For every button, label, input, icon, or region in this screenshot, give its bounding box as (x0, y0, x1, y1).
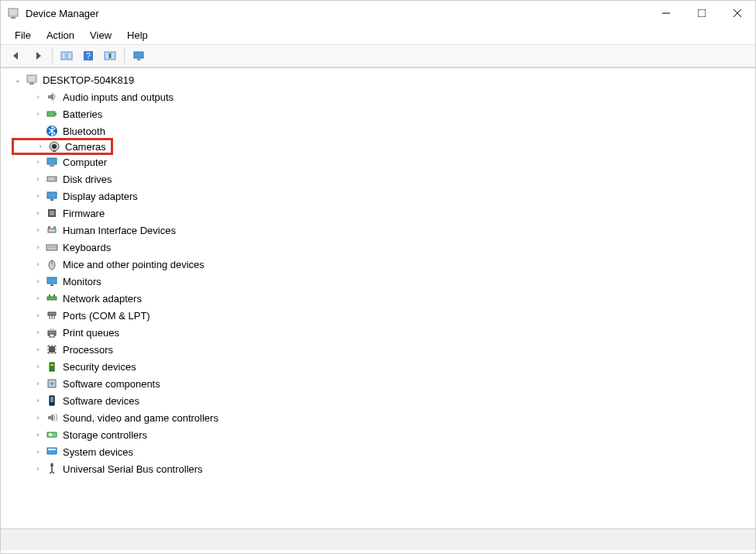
svg-point-34 (48, 246, 49, 247)
svg-text:?: ? (86, 52, 91, 60)
device-tree[interactable]: ⌄ DESKTOP-504K819 ›Audio inputs and outp… (1, 67, 755, 528)
tree-item[interactable]: ›Cameras (12, 138, 113, 155)
system-icon (46, 446, 58, 458)
chevron-right-icon[interactable]: › (33, 413, 43, 422)
tree-item[interactable]: ›Security devices (12, 358, 755, 375)
svg-rect-59 (48, 449, 56, 450)
back-button[interactable] (7, 46, 26, 65)
tree-item[interactable]: ›Software components (12, 375, 755, 392)
tree-item-label: Network adapters (63, 293, 142, 305)
tree-item[interactable]: ›Processors (12, 341, 755, 358)
usb-icon (46, 463, 58, 475)
svg-rect-1 (11, 17, 15, 19)
chevron-right-icon[interactable]: › (36, 142, 45, 151)
menu-action[interactable]: Action (39, 27, 82, 43)
chevron-right-icon[interactable]: › (33, 174, 43, 184)
svg-rect-40 (47, 277, 57, 284)
chevron-right-icon[interactable]: › (33, 225, 43, 235)
tree-item-label: Monitors (63, 276, 101, 287)
chevron-right-icon[interactable]: › (33, 294, 43, 303)
chevron-right-icon[interactable]: › (33, 92, 43, 102)
tree-item[interactable]: ›Display adapters (12, 188, 755, 205)
svg-point-37 (55, 246, 56, 247)
tree-item-label: Human Interface Devices (63, 225, 176, 236)
svg-rect-47 (50, 329, 54, 331)
svg-rect-51 (50, 364, 53, 366)
chevron-right-icon[interactable]: › (33, 430, 43, 439)
tree-item[interactable]: ›System devices (12, 443, 755, 460)
chevron-right-icon[interactable]: › (33, 379, 43, 388)
tree-item[interactable]: ›Monitors (12, 273, 755, 290)
svg-rect-31 (48, 226, 50, 229)
close-button[interactable] (720, 1, 755, 26)
menu-help[interactable]: Help (119, 27, 156, 43)
mouse-icon (46, 258, 58, 270)
svg-rect-44 (53, 294, 55, 297)
tree-item-label: System devices (63, 446, 133, 458)
tree-item-label: Audio inputs and outputs (63, 91, 174, 103)
menu-view[interactable]: View (82, 27, 119, 43)
bluetooth-icon (46, 125, 58, 137)
tree-item[interactable]: ›Batteries (12, 105, 755, 122)
scan-button[interactable] (101, 46, 119, 65)
tree-item[interactable]: ›Universal Serial Bus controllers (12, 460, 755, 477)
tree-item[interactable]: ›Audio inputs and outputs (12, 88, 755, 105)
printer-icon (46, 326, 58, 339)
tree-item[interactable]: ›Network adapters (12, 290, 755, 307)
monitor-button[interactable] (129, 46, 148, 65)
tree-item[interactable]: ›Print queues (12, 324, 755, 341)
chevron-right-icon[interactable]: › (33, 157, 43, 167)
tree-item[interactable]: ›Computer (12, 153, 755, 170)
chevron-right-icon[interactable]: › (33, 362, 43, 371)
tree-item-label: Display adapters (63, 191, 138, 202)
chevron-right-icon[interactable]: › (33, 208, 43, 218)
tree-item-label: Firmware (63, 208, 105, 219)
show-hidden-button[interactable] (57, 46, 76, 65)
chevron-right-icon[interactable] (33, 126, 43, 136)
tree-item-label: Ports (COM & LPT) (63, 310, 150, 322)
chevron-right-icon[interactable]: › (33, 277, 43, 286)
tree-item[interactable]: ›Human Interface Devices (12, 222, 755, 239)
tree-item[interactable]: ›Firmware (12, 205, 755, 222)
tree-item[interactable]: ›Ports (COM & LPT) (12, 307, 755, 324)
svg-rect-13 (137, 59, 140, 60)
chevron-right-icon[interactable]: › (33, 464, 43, 473)
tree-item[interactable]: ›Keyboards (12, 239, 755, 256)
svg-rect-15 (29, 83, 34, 84)
svg-rect-27 (50, 199, 53, 201)
tree-item-label: Mice and other pointing devices (63, 259, 204, 270)
titlebar: Device Manager (1, 1, 755, 26)
tree-item[interactable]: ›Disk drives (12, 170, 755, 188)
forward-button[interactable] (29, 46, 47, 65)
tree-item[interactable]: ›Mice and other pointing devices (12, 256, 755, 273)
minimize-button[interactable] (648, 1, 684, 26)
svg-rect-11 (111, 52, 115, 60)
tree-item-label: Disk drives (63, 174, 112, 185)
toolbar-sep-2 (124, 48, 125, 64)
chevron-right-icon[interactable]: › (33, 447, 43, 456)
chevron-right-icon[interactable]: › (33, 311, 43, 320)
svg-point-60 (51, 463, 53, 466)
menu-file[interactable]: File (7, 27, 39, 43)
svg-rect-55 (50, 397, 53, 402)
maximize-button[interactable] (684, 1, 720, 26)
tree-item[interactable]: ›Software devices (12, 392, 755, 409)
chevron-right-icon[interactable]: › (33, 243, 43, 252)
chevron-right-icon[interactable]: › (33, 396, 43, 405)
chevron-right-icon[interactable]: › (33, 191, 43, 201)
tree-item[interactable]: Bluetooth (12, 122, 755, 139)
chevron-down-icon[interactable]: ⌄ (13, 75, 22, 84)
cpu-icon (46, 343, 58, 356)
tree-root-node[interactable]: ⌄ DESKTOP-504K819 (12, 71, 755, 88)
chevron-right-icon[interactable]: › (33, 109, 43, 119)
tree-item[interactable]: ›Sound, video and game controllers (12, 409, 755, 426)
chevron-right-icon[interactable]: › (33, 345, 43, 354)
firmware-icon (46, 207, 58, 219)
help-button[interactable]: ? (79, 46, 98, 65)
network-icon (46, 292, 58, 305)
chevron-right-icon[interactable]: › (33, 260, 43, 269)
chevron-right-icon[interactable]: › (33, 328, 43, 337)
svg-rect-17 (55, 113, 57, 115)
tree-item[interactable]: ›Storage controllers (12, 426, 755, 443)
svg-rect-30 (48, 229, 56, 232)
